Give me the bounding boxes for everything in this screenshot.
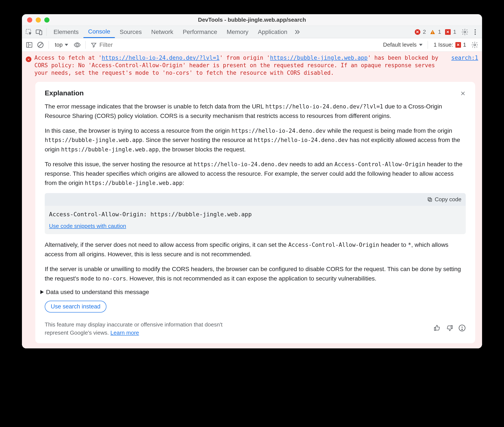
tab-application[interactable]: Application (253, 26, 292, 38)
error-url-2[interactable]: https://bubble-jingle.web.app (270, 54, 368, 61)
console-content: ✕ Access to fetch at 'https://hello-io-2… (22, 52, 482, 348)
close-window-button[interactable] (27, 17, 32, 23)
error-icon: ✕ (26, 55, 32, 77)
main-tabs: Elements Console Sources Network Perform… (22, 26, 482, 38)
report-button[interactable] (458, 324, 466, 333)
traffic-lights (27, 17, 49, 23)
svg-rect-3 (433, 31, 433, 33)
more-tabs-icon[interactable] (292, 27, 302, 37)
data-disclosure[interactable]: Data used to understand this message (45, 289, 466, 296)
chevron-down-icon (65, 44, 68, 46)
svg-rect-9 (26, 42, 32, 47)
svg-point-14 (474, 44, 476, 46)
chevron-down-icon (419, 44, 423, 46)
console-settings-icon[interactable] (470, 40, 480, 50)
tab-sources[interactable]: Sources (115, 26, 146, 38)
copy-code-button[interactable]: Copy code (427, 196, 461, 203)
svg-rect-4 (433, 33, 433, 33)
svg-rect-18 (428, 198, 431, 200)
svg-rect-17 (429, 199, 432, 201)
thumbs-down-button[interactable] (446, 324, 453, 333)
svg-point-7 (474, 31, 476, 33)
copy-icon (427, 197, 433, 202)
explanation-p3: To resolve this issue, the server hostin… (45, 160, 466, 188)
explanation-p5: If the server is unable or unwilling to … (45, 264, 466, 283)
clear-console-icon[interactable] (35, 40, 46, 50)
warning-badge-icon (430, 29, 435, 35)
svg-rect-20 (451, 326, 452, 329)
live-expression-icon[interactable] (72, 40, 82, 50)
error-count: 2 (423, 29, 426, 35)
disclaimer-text: This feature may display inaccurate or o… (45, 321, 234, 337)
zoom-window-button[interactable] (44, 17, 49, 23)
svg-line-12 (39, 43, 42, 47)
devtools-window: DevTools - bubble-jingle.web.app/search … (22, 14, 482, 348)
svg-rect-19 (434, 327, 436, 330)
tab-network[interactable]: Network (146, 26, 178, 38)
error-url-1[interactable]: https://hello-io-24.deno.dev/?lvl=1 (102, 54, 220, 61)
code-snippet: Copy code Access-Control-Allow-Origin: h… (45, 193, 466, 234)
use-search-button[interactable]: Use search instead (45, 301, 106, 313)
issue-count: 1 (453, 29, 456, 35)
status-badges[interactable]: ✕ 2 1 ✕ 1 (415, 29, 458, 35)
titlebar: DevTools - bubble-jingle.web.app/search (22, 14, 482, 26)
filter-input[interactable] (99, 41, 163, 49)
svg-point-5 (464, 31, 466, 33)
explanation-heading: Explanation (45, 89, 466, 97)
issue-badge-icon: ✕ (455, 42, 461, 48)
warning-count: 1 (438, 29, 441, 35)
issue-badge-icon: ✕ (445, 29, 451, 35)
toggle-sidebar-icon[interactable] (24, 40, 34, 50)
context-selector[interactable]: top (52, 41, 71, 48)
minimize-window-button[interactable] (36, 17, 41, 23)
code-caution-link[interactable]: Use code snippets with caution (49, 223, 126, 229)
thumbs-up-button[interactable] (433, 324, 441, 333)
explanation-card: Explanation The error message indicates … (35, 82, 475, 343)
log-levels-selector[interactable]: Default levels (381, 41, 425, 48)
svg-point-8 (474, 33, 476, 35)
tab-memory[interactable]: Memory (222, 26, 253, 38)
explanation-p4: Alternatively, if the server does not ne… (45, 240, 466, 259)
svg-point-13 (76, 44, 78, 46)
svg-rect-2 (39, 31, 42, 35)
close-explanation-button[interactable] (460, 91, 466, 98)
tab-performance[interactable]: Performance (178, 26, 222, 38)
settings-icon[interactable] (460, 27, 470, 37)
console-error-message[interactable]: ✕ Access to fetch at 'https://hello-io-2… (26, 54, 478, 77)
learn-more-link[interactable]: Learn more (110, 329, 139, 336)
code-body: Access-Control-Allow-Origin: https://bub… (45, 206, 466, 220)
tab-console[interactable]: Console (83, 26, 115, 38)
explanation-p2: In this case, the browser is trying to a… (45, 126, 466, 154)
source-link[interactable]: search:1 (451, 54, 478, 77)
issues-link[interactable]: 1 Issue: ✕ 1 (431, 41, 469, 48)
window-title: DevTools - bubble-jingle.web.app/search (22, 16, 482, 23)
more-menu-icon[interactable] (470, 27, 480, 37)
explanation-p1: The error message indicates that the bro… (45, 102, 466, 121)
error-badge-icon: ✕ (415, 29, 420, 35)
svg-point-6 (474, 29, 476, 30)
console-toolbar: top Default levels 1 Issue: ✕ 1 (22, 38, 482, 52)
tab-elements[interactable]: Elements (49, 26, 83, 38)
inspect-element-icon[interactable] (24, 27, 34, 37)
filter-icon (91, 42, 97, 48)
device-toolbar-icon[interactable] (34, 27, 44, 37)
svg-point-23 (462, 329, 462, 330)
